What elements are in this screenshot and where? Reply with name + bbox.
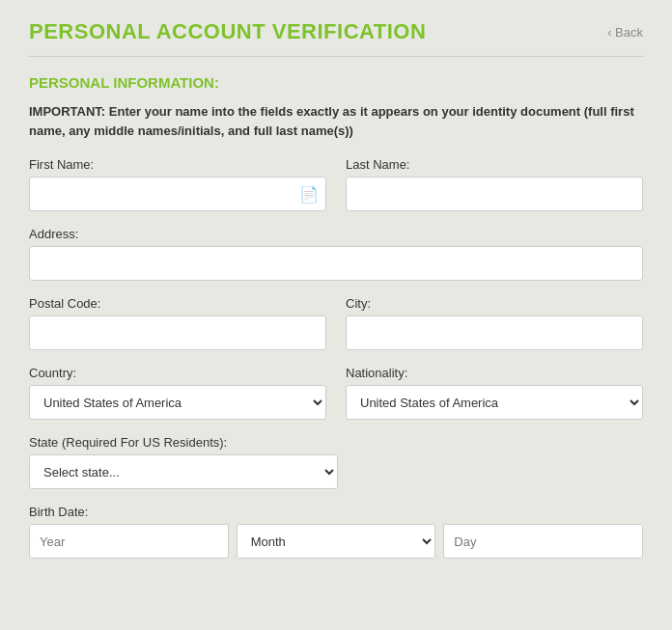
country-group: Country: United States of America bbox=[29, 366, 326, 420]
back-link[interactable]: ‹ Back bbox=[607, 25, 643, 40]
birth-year-group bbox=[29, 524, 229, 559]
address-group: Address: bbox=[29, 227, 643, 281]
important-text: IMPORTANT: Enter your name into the fiel… bbox=[29, 102, 643, 140]
page-title: PERSONAL ACCOUNT VERIFICATION bbox=[29, 19, 426, 44]
city-input[interactable] bbox=[346, 315, 643, 350]
birth-day-group bbox=[443, 524, 643, 559]
last-name-label: Last Name: bbox=[346, 157, 643, 172]
postal-code-group: Postal Code: bbox=[29, 296, 326, 350]
page-container: PERSONAL ACCOUNT VERIFICATION ‹ Back PER… bbox=[0, 0, 672, 630]
nationality-select[interactable]: United States of America bbox=[346, 385, 643, 420]
first-name-group: First Name: 📄 bbox=[29, 157, 326, 211]
state-label: State (Required For US Residents): bbox=[29, 435, 338, 450]
country-select[interactable]: United States of America bbox=[29, 385, 326, 420]
address-input[interactable] bbox=[29, 246, 643, 281]
first-name-wrapper: 📄 bbox=[29, 177, 326, 211]
birth-month-group: Month January February March April May J… bbox=[237, 524, 436, 559]
postal-code-label: Postal Code: bbox=[29, 296, 326, 311]
first-name-input[interactable] bbox=[29, 177, 326, 211]
header-row: PERSONAL ACCOUNT VERIFICATION ‹ Back bbox=[29, 19, 643, 57]
city-group: City: bbox=[346, 296, 643, 350]
country-label: Country: bbox=[29, 366, 326, 380]
last-name-input[interactable] bbox=[346, 177, 643, 211]
country-nationality-row: Country: United States of America Nation… bbox=[29, 366, 643, 420]
nationality-label: Nationality: bbox=[346, 366, 643, 380]
birth-year-input[interactable] bbox=[29, 524, 229, 559]
birth-date-label: Birth Date: bbox=[29, 505, 643, 519]
birth-date-section: Birth Date: Month January February March… bbox=[29, 505, 643, 559]
birth-date-row: Month January February March April May J… bbox=[29, 524, 643, 559]
address-row: Address: bbox=[29, 227, 643, 281]
address-label: Address: bbox=[29, 227, 643, 241]
state-select[interactable]: Select state... bbox=[29, 454, 338, 489]
name-row: First Name: 📄 Last Name: bbox=[29, 157, 643, 211]
first-name-label: First Name: bbox=[29, 157, 326, 172]
state-group: State (Required For US Residents): Selec… bbox=[29, 435, 338, 489]
birth-month-select[interactable]: Month January February March April May J… bbox=[237, 524, 436, 559]
last-name-group: Last Name: bbox=[346, 157, 643, 211]
postal-city-row: Postal Code: City: bbox=[29, 296, 643, 350]
section-title: PERSONAL INFORMATION: bbox=[29, 74, 643, 91]
postal-code-input[interactable] bbox=[29, 315, 326, 350]
city-label: City: bbox=[346, 296, 643, 311]
nationality-group: Nationality: United States of America bbox=[346, 366, 643, 420]
birth-day-input[interactable] bbox=[443, 524, 643, 559]
state-row: State (Required For US Residents): Selec… bbox=[29, 435, 643, 489]
